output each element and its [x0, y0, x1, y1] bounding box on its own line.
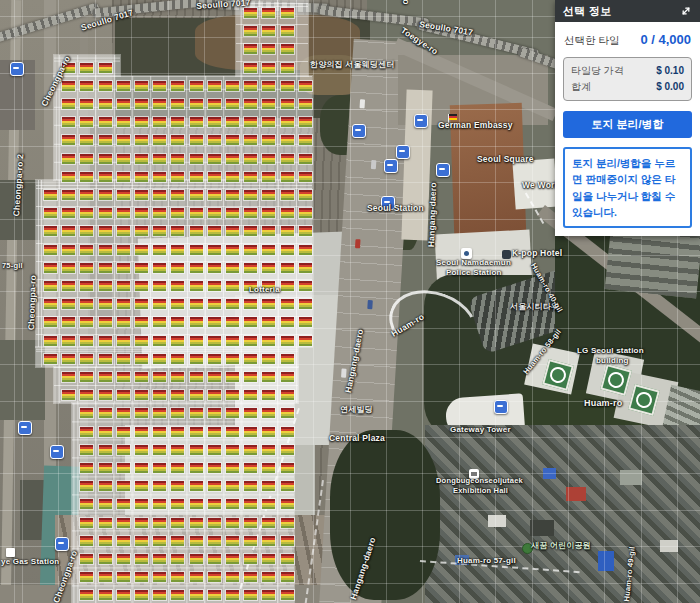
tile-flag[interactable]	[226, 554, 239, 564]
tile-flag[interactable]	[153, 427, 166, 437]
tile-flag[interactable]	[153, 317, 166, 327]
tile-flag[interactable]	[281, 81, 294, 91]
tile-flag[interactable]	[153, 208, 166, 218]
tile-flag[interactable]	[62, 63, 75, 73]
tile-flag[interactable]	[80, 172, 93, 182]
tile-flag[interactable]	[281, 317, 294, 327]
tile-flag[interactable]	[262, 590, 275, 600]
tile-flag[interactable]	[80, 263, 93, 273]
tile-flag[interactable]	[226, 263, 239, 273]
tile-flag[interactable]	[135, 463, 148, 473]
tile-flag[interactable]	[208, 408, 221, 418]
tile-flag[interactable]	[190, 536, 203, 546]
tile-flag[interactable]	[226, 117, 239, 127]
tile-flag[interactable]	[226, 299, 239, 309]
tile-flag[interactable]	[62, 245, 75, 255]
tile-flag[interactable]	[153, 263, 166, 273]
tile-flag[interactable]	[281, 499, 294, 509]
tile-flag[interactable]	[117, 81, 130, 91]
tile-flag[interactable]	[117, 245, 130, 255]
tile-flag[interactable]	[299, 99, 312, 109]
tile-flag[interactable]	[117, 463, 130, 473]
tile-flag[interactable]	[262, 190, 275, 200]
tile-flag[interactable]	[190, 518, 203, 528]
tile-flag[interactable]	[135, 172, 148, 182]
tile-flag[interactable]	[299, 245, 312, 255]
tile-flag[interactable]	[62, 354, 75, 364]
tile-flag[interactable]	[153, 390, 166, 400]
tile-flag[interactable]	[190, 390, 203, 400]
tile-flag[interactable]	[171, 135, 184, 145]
tile-flag[interactable]	[80, 135, 93, 145]
tile-flag[interactable]	[281, 408, 294, 418]
tile-flag[interactable]	[80, 390, 93, 400]
tile-flag[interactable]	[135, 499, 148, 509]
tile-flag[interactable]	[244, 117, 257, 127]
tile-flag[interactable]	[117, 536, 130, 546]
tile-flag[interactable]	[99, 63, 112, 73]
tile-flag[interactable]	[208, 518, 221, 528]
tile-flag[interactable]	[226, 208, 239, 218]
tile-flag[interactable]	[208, 481, 221, 491]
tile-flag[interactable]	[208, 499, 221, 509]
tile-flag[interactable]	[299, 190, 312, 200]
tile-flag[interactable]	[262, 226, 275, 236]
tile-flag[interactable]	[135, 245, 148, 255]
tile-flag[interactable]	[80, 208, 93, 218]
tile-flag[interactable]	[171, 172, 184, 182]
tile-flag[interactable]	[281, 372, 294, 382]
tile-flag[interactable]	[99, 154, 112, 164]
tile-flag[interactable]	[244, 408, 257, 418]
tile-flag[interactable]	[153, 281, 166, 291]
tile-flag[interactable]	[99, 372, 112, 382]
tile-flag[interactable]	[117, 99, 130, 109]
tile-flag[interactable]	[80, 299, 93, 309]
tile-flag[interactable]	[262, 408, 275, 418]
tile-flag[interactable]	[135, 572, 148, 582]
tile-flag[interactable]	[62, 317, 75, 327]
tile-flag[interactable]	[153, 554, 166, 564]
tile-flag[interactable]	[80, 245, 93, 255]
tile-flag[interactable]	[208, 427, 221, 437]
tile-flag[interactable]	[281, 390, 294, 400]
tile-flag[interactable]	[80, 317, 93, 327]
tile-flag[interactable]	[281, 481, 294, 491]
tile-flag[interactable]	[281, 572, 294, 582]
tile-flag[interactable]	[244, 354, 257, 364]
tile-flag[interactable]	[135, 299, 148, 309]
tile-flag[interactable]	[80, 372, 93, 382]
tile-flag[interactable]	[153, 590, 166, 600]
tile-flag[interactable]	[99, 499, 112, 509]
tile-flag[interactable]	[135, 336, 148, 346]
tile-flag[interactable]	[299, 263, 312, 273]
tile-flag[interactable]	[244, 481, 257, 491]
tile-flag[interactable]	[44, 336, 57, 346]
tile-flag[interactable]	[208, 208, 221, 218]
tile-flag[interactable]	[135, 190, 148, 200]
tile-flag[interactable]	[171, 336, 184, 346]
tile-flag[interactable]	[80, 554, 93, 564]
tile-flag[interactable]	[171, 299, 184, 309]
tile-flag[interactable]	[281, 99, 294, 109]
tile-flag[interactable]	[117, 299, 130, 309]
tile-flag[interactable]	[262, 26, 275, 36]
tile-flag[interactable]	[281, 590, 294, 600]
tile-flag[interactable]	[208, 390, 221, 400]
tile-flag[interactable]	[226, 190, 239, 200]
tile-flag[interactable]	[281, 281, 294, 291]
tile-flag[interactable]	[80, 481, 93, 491]
tile-flag[interactable]	[117, 390, 130, 400]
tile-flag[interactable]	[117, 554, 130, 564]
tile-flag[interactable]	[135, 427, 148, 437]
tile-flag[interactable]	[299, 135, 312, 145]
tile-flag[interactable]	[153, 299, 166, 309]
tile-flag[interactable]	[244, 208, 257, 218]
tile-flag[interactable]	[244, 572, 257, 582]
tile-flag[interactable]	[117, 372, 130, 382]
tile-flag[interactable]	[190, 154, 203, 164]
tile-flag[interactable]	[99, 281, 112, 291]
tile-flag[interactable]	[262, 499, 275, 509]
tile-flag[interactable]	[135, 390, 148, 400]
collapse-icon[interactable]	[680, 5, 692, 17]
tile-flag[interactable]	[153, 445, 166, 455]
